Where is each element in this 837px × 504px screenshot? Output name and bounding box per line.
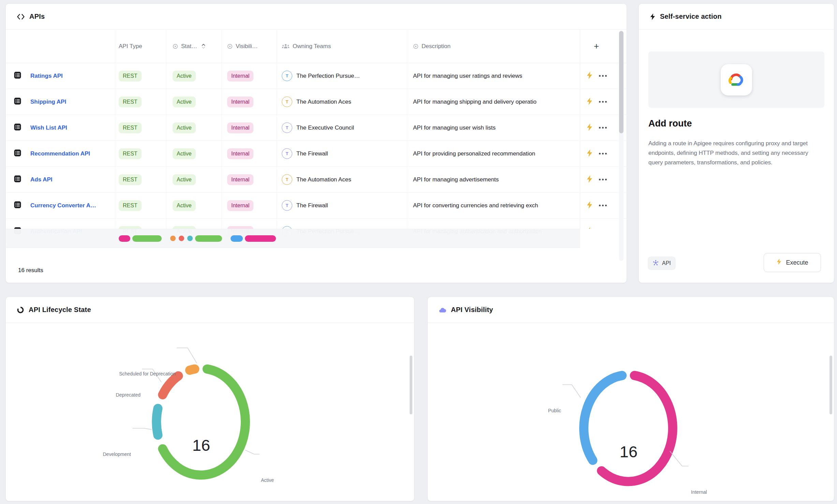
row-entity-icon-cell [6, 115, 30, 140]
team-avatar: T [282, 122, 292, 133]
action-description: Adding a route in Apigee requires config… [648, 139, 824, 167]
api-lifecycle-chart-panel: API Lifecycle State Scheduled for Deprec… [5, 297, 414, 501]
team-avatar: T [282, 71, 292, 81]
team-name[interactable]: The Automation Aces [296, 99, 351, 105]
status-badge: Active [173, 122, 196, 133]
donut-segment-internal[interactable] [602, 375, 673, 481]
column-header-visibility[interactable]: Visibili… [222, 30, 277, 63]
mini-chart-dot [179, 236, 184, 241]
entity-type-badge: API [648, 256, 676, 270]
column-header-description[interactable]: Description [407, 30, 580, 63]
apis-panel-header: APIs [6, 4, 627, 30]
table-entity-icon [13, 149, 22, 159]
team-name[interactable]: The Firewall [296, 202, 328, 209]
table-entity-icon [13, 123, 22, 133]
column-header-title[interactable]: Title [30, 30, 115, 63]
leader-line [245, 450, 260, 454]
row-menu-button[interactable] [599, 101, 607, 103]
leader-line [670, 451, 689, 466]
row-menu-button[interactable] [599, 127, 607, 129]
execute-bolt-icon [776, 258, 782, 267]
column-header-owning-teams[interactable]: Owning Teams [277, 30, 407, 63]
visibility-badge: Internal [227, 122, 253, 133]
status-badge: Active [173, 71, 196, 81]
donut-segment-scheduled-for-deprecation[interactable] [190, 369, 194, 370]
table-entity-icon [13, 175, 22, 184]
team-avatar: T [282, 174, 292, 185]
api-title-link[interactable]: Ads API [30, 176, 53, 183]
mini-chart-strip-overlay [6, 229, 580, 248]
mini-chart-dot [170, 236, 176, 241]
visibility-donut-chart[interactable] [428, 297, 834, 502]
team-name[interactable]: The Executive Council [296, 124, 354, 131]
run-action-bolt-icon[interactable] [586, 71, 593, 81]
panel-scrollbar-thumb[interactable] [410, 356, 412, 414]
code-icon [17, 13, 25, 20]
execute-button[interactable]: Execute [764, 253, 821, 272]
row-entity-icon-cell [6, 89, 30, 115]
row-menu-button[interactable] [599, 153, 607, 154]
table-rows-viewport[interactable]: Ratings API REST Active Internal T The P… [6, 63, 627, 249]
api-description: API for managing user wish lists [413, 124, 496, 131]
visibility-badge: Internal [227, 200, 253, 211]
row-entity-icon-cell [6, 167, 30, 192]
segment-label-deprecated: Deprecated [116, 392, 141, 398]
action-panel-title: Self-service action [660, 13, 722, 20]
panel-scrollbar-thumb[interactable] [829, 356, 832, 414]
table-row[interactable]: Ratings API REST Active Internal T The P… [6, 63, 627, 89]
api-title-link[interactable]: Currency Converter A… [30, 202, 96, 209]
api-description: API for converting currencies and retrie… [413, 202, 538, 209]
row-menu-button[interactable] [599, 179, 607, 180]
table-row[interactable]: Shipping API REST Active Internal T The … [6, 89, 627, 115]
run-action-bolt-icon[interactable] [586, 149, 593, 159]
team-name[interactable]: The Automation Aces [296, 176, 351, 183]
api-title-link[interactable]: Ratings API [30, 73, 63, 79]
table-row[interactable]: Ads API REST Active Internal T The Autom… [6, 167, 627, 193]
team-name[interactable]: The Firewall [296, 150, 328, 157]
visibility-badge: Internal [227, 71, 253, 81]
property-icon [227, 44, 233, 49]
lightning-icon [650, 13, 656, 20]
vertical-scrollbar-thumb[interactable] [619, 31, 623, 133]
segment-label-public: Public [548, 408, 561, 413]
team-name[interactable]: The Perfection Pursue… [296, 73, 360, 79]
action-panel-header: Self-service action [639, 4, 834, 30]
api-description: API for managing advertisements [413, 176, 499, 183]
run-action-bolt-icon[interactable] [586, 97, 593, 107]
donut-total: 16 [174, 436, 229, 455]
visibility-chart-body: Public Internal 16 [428, 323, 834, 501]
row-menu-button[interactable] [599, 75, 607, 77]
donut-segment-deprecated[interactable] [163, 376, 178, 395]
plus-icon: + [594, 41, 599, 51]
row-menu-button[interactable] [599, 205, 607, 206]
results-count: 16 results [18, 267, 43, 274]
donut-segment-development[interactable] [157, 409, 158, 435]
table-row[interactable]: Currency Converter A… REST Active Intern… [6, 193, 627, 219]
lifecycle-donut-chart[interactable] [6, 297, 414, 502]
team-icon [282, 43, 290, 49]
action-title: Add route [648, 118, 692, 129]
column-header-api-type[interactable]: API Type [115, 30, 166, 63]
api-title-link[interactable]: Wish List API [30, 124, 67, 131]
api-title-link[interactable]: Shipping API [30, 99, 66, 105]
row-entity-icon-cell [6, 63, 30, 89]
visibility-badge: Internal [227, 148, 253, 159]
column-header-status[interactable]: Stat… [166, 30, 222, 63]
google-cloud-icon [721, 64, 752, 95]
mini-chart-dot [187, 236, 193, 241]
table-row[interactable]: Wish List API REST Active Internal T The… [6, 115, 627, 141]
table-row[interactable]: Recommendation API REST Active Internal … [6, 141, 627, 167]
run-action-bolt-icon[interactable] [586, 123, 593, 133]
add-column-button[interactable]: + [580, 30, 613, 63]
api-title-link[interactable]: Recommendation API [30, 150, 90, 157]
run-action-bolt-icon[interactable] [586, 201, 593, 210]
action-hero [648, 51, 824, 108]
run-action-bolt-icon[interactable] [586, 175, 593, 184]
api-type-badge: REST [119, 174, 142, 185]
segment-label-scheduled-for-deprecation: Scheduled for Deprecation [119, 371, 176, 376]
sort-toggle[interactable] [201, 44, 206, 49]
apis-table-panel: APIs Title API Type Stat… Visibili… [5, 3, 627, 283]
donut-segment-active[interactable] [163, 369, 246, 475]
api-type-badge: REST [119, 71, 142, 81]
api-description: API for managing shipping and delivery o… [413, 99, 537, 105]
